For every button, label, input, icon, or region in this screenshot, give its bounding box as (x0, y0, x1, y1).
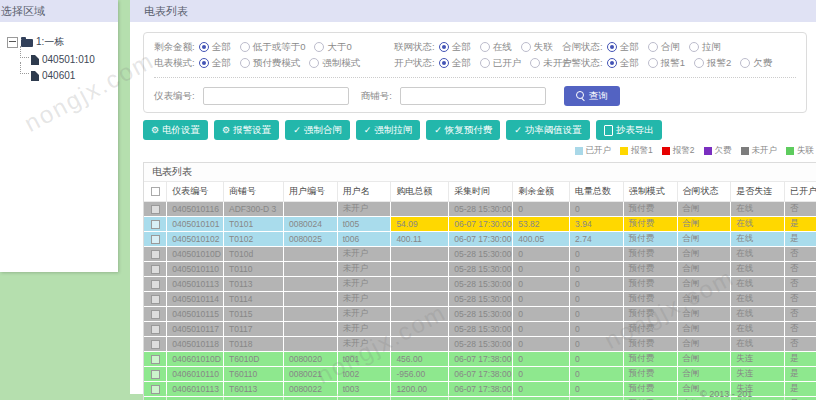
radio-option[interactable]: 全部 (199, 57, 231, 70)
toolbar-button-label: 抄表导出 (616, 124, 654, 137)
row-checkbox[interactable] (151, 340, 160, 349)
radio-option[interactable]: 失联 (521, 41, 553, 54)
filter-label: 联网状态: (394, 41, 435, 54)
radio-icon[interactable] (199, 42, 209, 52)
tree-node[interactable]: 040601 (20, 65, 115, 81)
radio-option[interactable]: 低于或等于0 (240, 41, 306, 54)
table-cell: 预付费 (623, 367, 677, 382)
row-checkbox[interactable] (151, 205, 160, 214)
row-checkbox[interactable] (151, 280, 160, 289)
row-checkbox[interactable] (151, 295, 160, 304)
radio-icon[interactable] (480, 58, 490, 68)
radio-option[interactable]: 报警1 (648, 57, 685, 70)
document-icon (31, 55, 39, 65)
table-cell: 0 (570, 262, 624, 277)
toolbar-button[interactable]: ✓功率阈值设置 (506, 120, 590, 140)
query-button[interactable]: 查询 (564, 86, 620, 106)
radio-icon[interactable] (521, 42, 531, 52)
radio-icon[interactable] (240, 58, 250, 68)
radio-icon[interactable] (648, 58, 658, 68)
radio-option[interactable]: 全部 (607, 41, 639, 54)
radio-icon[interactable] (740, 58, 750, 68)
radio-label: 在线 (493, 41, 512, 54)
tree-node-label[interactable]: 040501:010 (42, 54, 95, 65)
toolbar-button[interactable]: 抄表导出 (596, 120, 662, 140)
radio-icon[interactable] (648, 42, 658, 52)
table-row[interactable]: 0405010110T0110未开户05-28 15:30:0000预付费合闸在… (144, 262, 816, 277)
radio-option[interactable]: 在线 (480, 41, 512, 54)
radio-option[interactable]: 欠费 (740, 57, 772, 70)
table-row[interactable]: 0405010116ADF300-D 3未开户05-28 15:30:0000预… (144, 202, 816, 217)
radio-icon[interactable] (607, 58, 617, 68)
table-cell (283, 292, 337, 307)
table-row[interactable]: 0405010113T0113未开户05-28 15:30:0000预付费合闸在… (144, 277, 816, 292)
row-checkbox[interactable] (151, 385, 160, 394)
toolbar-button[interactable]: ⚙电价设置 (143, 120, 208, 140)
table-cell: 否 (784, 322, 816, 337)
toolbar-button[interactable]: ⚙报警设置 (214, 120, 279, 140)
radio-option[interactable]: 全部 (607, 57, 639, 70)
legend-item: 欠费 (704, 145, 732, 157)
radio-icon[interactable] (199, 58, 209, 68)
table-row[interactable]: 040601010DT6010D0080020t001456.0006-07 1… (144, 352, 816, 367)
radio-icon[interactable] (439, 58, 449, 68)
table-cell: 合闸 (677, 337, 731, 352)
row-checkbox[interactable] (151, 235, 160, 244)
tree-node-label[interactable]: 040601 (42, 70, 75, 81)
table-row[interactable]: 0405010102T01020080025t006400.1106-07 17… (144, 232, 816, 247)
radio-icon[interactable] (607, 42, 617, 52)
radio-icon[interactable] (314, 42, 324, 52)
radio-icon[interactable] (530, 58, 540, 68)
radio-icon[interactable] (309, 58, 319, 68)
table-cell (391, 262, 449, 277)
radio-option[interactable]: 已开户 (480, 57, 522, 70)
radio-option[interactable]: 全部 (439, 41, 471, 54)
radio-icon[interactable] (689, 42, 699, 52)
row-checkbox[interactable] (151, 355, 160, 364)
table-cell: 0406010110 (167, 367, 224, 382)
row-checkbox[interactable] (151, 265, 160, 274)
radio-icon[interactable] (480, 42, 490, 52)
radio-option[interactable]: 合闸 (648, 41, 680, 54)
status-legend: 已开户报警1报警2欠费未开户失联合闸 (143, 145, 816, 157)
table-row[interactable]: 0405010118T0118未开户05-28 15:30:0000预付费合闸在… (144, 337, 816, 352)
toolbar-button[interactable]: ✓强制合闸 (285, 120, 350, 140)
radio-label: 已开户 (493, 57, 522, 70)
shop-number-input[interactable] (400, 87, 546, 105)
row-checkbox[interactable] (151, 370, 160, 379)
radio-option[interactable]: 强制模式 (309, 57, 360, 70)
row-checkbox[interactable] (151, 250, 160, 259)
table-cell: 0406010113 (167, 382, 224, 397)
tree-node[interactable]: 040501:010 (20, 49, 115, 65)
radio-option[interactable]: 全部 (199, 41, 231, 54)
row-checkbox[interactable] (151, 325, 160, 334)
table-row[interactable]: 0405010114T0114未开户05-28 15:30:0000预付费合闸在… (144, 292, 816, 307)
radio-option[interactable]: 拉闸 (689, 41, 721, 54)
radio-icon[interactable] (694, 58, 704, 68)
column-header: 电量总数 (570, 182, 624, 202)
filter-row: 电表模式:全部预付费模式强制模式开户状态:全部已开户未开户告警状态:全部报警1报… (154, 55, 796, 71)
toolbar-button[interactable]: ✓恢复预付费 (426, 120, 500, 140)
filter-label: 电表模式: (154, 57, 195, 70)
table-row[interactable]: 0405010101T01010080024t00554.0906-07 17:… (144, 217, 816, 232)
table-cell: 0 (570, 337, 624, 352)
radio-option[interactable]: 大于0 (314, 41, 351, 54)
toolbar-button[interactable]: ✓强制拉闸 (356, 120, 421, 140)
table-row[interactable]: 0406010110T601100080021t002-956.0006-07 … (144, 367, 816, 382)
tree-expander-icon[interactable] (7, 37, 18, 48)
radio-icon[interactable] (240, 42, 250, 52)
select-all-checkbox[interactable] (151, 187, 160, 196)
radio-icon[interactable] (439, 42, 449, 52)
table-row[interactable]: 040501010DT010d未开户05-28 15:30:0000预付费合闸在… (144, 247, 816, 262)
row-checkbox[interactable] (151, 310, 160, 319)
row-checkbox[interactable] (151, 220, 160, 229)
radio-option[interactable]: 全部 (439, 57, 471, 70)
toolbar-button-label: 强制合闸 (304, 124, 342, 137)
table-row[interactable]: 0405010117T0117未开户05-28 15:30:0000预付费合闸在… (144, 322, 816, 337)
tree-root-label[interactable]: 1:一栋 (36, 35, 64, 49)
radio-option[interactable]: 预付费模式 (240, 57, 301, 70)
radio-option[interactable]: 报警2 (694, 57, 731, 70)
toolbar-button-label: 恢复预付费 (445, 124, 493, 137)
table-row[interactable]: 0405010115T0115未开户05-28 15:30:0000预付费合闸在… (144, 307, 816, 322)
meter-number-input[interactable] (203, 87, 349, 105)
